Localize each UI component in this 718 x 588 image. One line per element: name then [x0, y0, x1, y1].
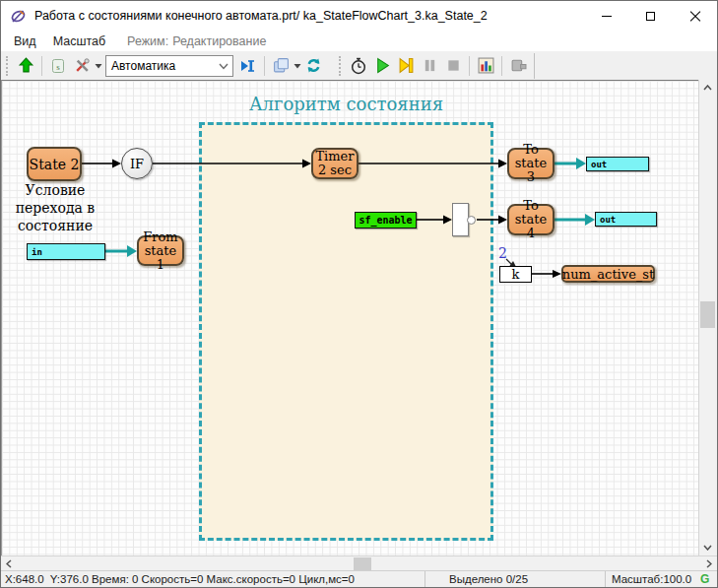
run-button[interactable]	[370, 54, 394, 78]
refresh-button[interactable]	[301, 54, 325, 78]
maximize-button[interactable]	[628, 1, 673, 31]
out-port-1[interactable]: out	[586, 157, 649, 171]
chevron-down-icon	[703, 545, 712, 551]
stop-icon	[446, 58, 461, 73]
if-block[interactable]: IF	[121, 148, 153, 179]
tools-icon	[74, 57, 91, 74]
menu-scale[interactable]: Масштаб	[49, 34, 109, 48]
tools-dropdown[interactable]	[94, 54, 102, 78]
minimize-button[interactable]	[584, 1, 628, 31]
play-icon	[374, 57, 391, 74]
vertical-scroll-thumb[interactable]	[700, 301, 715, 328]
gain-block[interactable]: k	[499, 266, 532, 283]
chevron-right-icon	[706, 559, 712, 568]
state-algorithm-region[interactable]	[199, 122, 493, 541]
to-state4-block[interactable]: To state 4	[507, 204, 555, 235]
chevron-up-icon	[703, 85, 712, 91]
chevron-left-icon	[6, 559, 12, 568]
tools-button[interactable]	[70, 54, 94, 78]
region-title[interactable]: Алгоритм состояния	[199, 94, 493, 114]
status-coordinates: X:648.0 Y:376.0 Время: 0 Скорость=0 Макс…	[5, 573, 355, 585]
resize-grip-icon[interactable]: G	[700, 572, 709, 586]
pause-button[interactable]	[418, 54, 441, 78]
menu-view[interactable]: Вид	[10, 34, 40, 48]
scroll-left-button[interactable]	[1, 556, 17, 571]
navigate-up-button[interactable]	[14, 54, 37, 78]
mode-indicator: Режим:Редактирование	[127, 34, 270, 48]
status-divider	[424, 571, 425, 588]
num-active-st-block[interactable]: num_active_st	[561, 265, 655, 283]
scroll-up-button[interactable]	[699, 80, 716, 96]
toolbar-grip-1[interactable]	[6, 56, 10, 76]
layers-button[interactable]	[269, 54, 293, 78]
insert-mode-button[interactable]	[236, 54, 260, 78]
stopwatch-icon	[350, 57, 367, 75]
gain-param-label[interactable]: 2	[498, 245, 507, 261]
sf-enable-port[interactable]: sf_enable	[355, 212, 417, 229]
close-icon	[689, 11, 700, 22]
in-port[interactable]: in	[27, 243, 105, 260]
maximize-icon	[646, 12, 655, 21]
schema-canvas[interactable]: Алгоритм состояния	[1, 80, 700, 555]
status-selected: Выделено 0/25	[449, 573, 528, 585]
app-window: Работа с состояниями конечного автомата.…	[0, 0, 718, 588]
sim-time-button[interactable]	[347, 54, 370, 78]
close-button[interactable]	[673, 1, 717, 31]
library-combobox[interactable]: Автоматика	[105, 55, 233, 77]
state2-block[interactable]: State 2	[27, 147, 82, 181]
combobox-chevron-icon	[219, 63, 228, 70]
export-icon	[510, 57, 527, 74]
skip-to-end-icon	[398, 57, 415, 74]
sync-icon	[305, 57, 322, 74]
titlebar[interactable]: Работа с состояниями конечного автомата.…	[1, 1, 717, 31]
play-insert-icon	[239, 58, 257, 74]
status-divider	[605, 571, 606, 588]
to-state3-block[interactable]: To state 3	[507, 148, 555, 179]
app-logo-icon	[10, 8, 27, 25]
timer-block[interactable]: Timer 2 sec	[311, 148, 359, 179]
minimize-icon	[602, 16, 612, 17]
window-title: Работа с состояниями конечного автомата.…	[34, 9, 488, 23]
layers-icon	[273, 57, 290, 74]
toolbar-grip-2[interactable]	[339, 56, 343, 76]
horizontal-scrollbar[interactable]	[1, 555, 717, 570]
mode-label: Режим:	[127, 34, 168, 48]
export-button[interactable]	[506, 54, 530, 78]
statusbar: X:648.0 Y:376.0 Время: 0 Скорость=0 Макс…	[1, 570, 717, 588]
library-combobox-value: Автоматика	[111, 59, 175, 73]
script-icon: s	[50, 58, 66, 74]
toolbar: s Автоматика	[1, 51, 717, 80]
chart-icon	[478, 57, 494, 74]
up-arrow-icon	[18, 57, 34, 74]
from-state1-block[interactable]: From state 1	[137, 235, 184, 266]
dropdown-caret-icon	[294, 63, 301, 69]
status-scale: Масштаб:100.0	[612, 573, 691, 585]
scroll-right-button[interactable]	[701, 556, 717, 571]
out-port-2[interactable]: out	[595, 212, 657, 227]
script-button[interactable]: s	[46, 54, 70, 78]
not-gate-inversion-dot	[467, 216, 476, 225]
dropdown-caret-icon	[95, 63, 102, 69]
horizontal-scroll-thumb[interactable]	[354, 557, 371, 570]
annotation-text[interactable]: Условие перехода в состояние	[2, 181, 108, 234]
stop-button[interactable]	[441, 54, 465, 78]
pause-icon	[423, 58, 437, 73]
vertical-scrollbar[interactable]	[698, 80, 715, 555]
svg-text:s: s	[56, 61, 60, 71]
menubar: Вид Масштаб Режим:Редактирование	[1, 31, 717, 51]
plots-button[interactable]	[474, 54, 497, 78]
layers-dropdown[interactable]	[293, 54, 301, 78]
scroll-down-button[interactable]	[699, 540, 716, 555]
mode-value: Редактирование	[172, 34, 266, 48]
run-to-end-button[interactable]	[394, 54, 418, 78]
